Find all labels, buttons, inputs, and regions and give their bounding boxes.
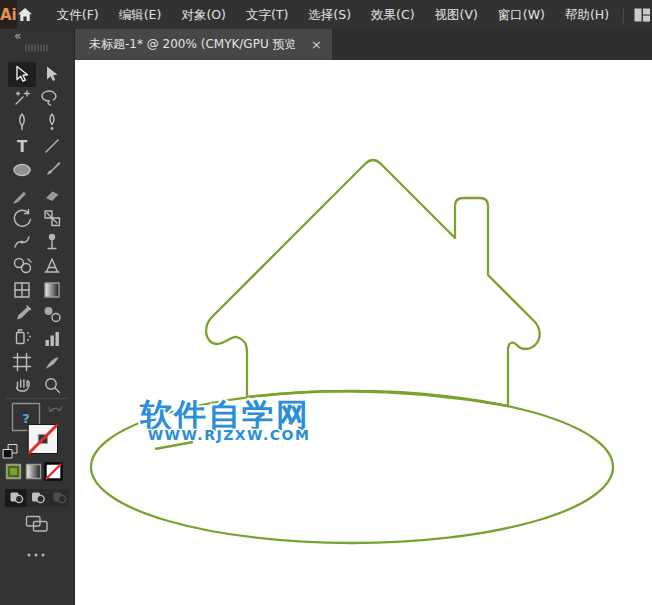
document-tab-bar: 未标题-1* @ 200% (CMYK/GPU 预览) × (75, 29, 652, 60)
magic-wand-tool-icon[interactable] (16, 91, 30, 104)
color-button[interactable] (7, 465, 21, 479)
artboard-tool-icon[interactable] (14, 354, 31, 371)
blend-tool-icon[interactable] (45, 307, 61, 322)
rotate-tool-icon[interactable] (14, 210, 30, 227)
house-outline-shape[interactable] (206, 160, 539, 406)
ellipse-tool-icon[interactable] (14, 165, 30, 176)
eyedropper-tool-icon[interactable] (17, 306, 31, 320)
symbol-sprayer-tool-icon[interactable] (17, 330, 31, 344)
puppet-warp-tool-icon[interactable] (48, 234, 56, 249)
watermark-red-mark (155, 442, 193, 449)
gradient-tool-icon[interactable] (45, 283, 59, 297)
menu-effect[interactable]: 效果(C) (361, 0, 424, 29)
menu-view[interactable]: 视图(V) (425, 0, 488, 29)
gradient-button[interactable] (27, 465, 41, 479)
paintbrush-tool-icon[interactable] (47, 162, 61, 175)
tools-panel: « (0, 29, 75, 605)
edit-toolbar-button[interactable] (28, 554, 45, 557)
default-fill-stroke-icon[interactable] (4, 445, 18, 459)
drawing-modes (5, 489, 69, 507)
svg-text:T: T (17, 138, 28, 156)
watermark: 软件自学网 WWW.RJZXW.COM (139, 396, 310, 449)
eraser-tool-icon[interactable] (46, 192, 59, 202)
watermark-url: WWW.RJZXW.COM (148, 427, 311, 443)
shaper-tool-icon[interactable] (15, 192, 27, 203)
tab-close-icon[interactable]: × (311, 37, 322, 52)
screen-mode-button[interactable] (27, 517, 48, 532)
curvature-tool-icon[interactable] (50, 114, 54, 130)
menu-select[interactable]: 选择(S) (298, 0, 361, 29)
workspace-switcher-icon[interactable] (634, 8, 651, 22)
zoom-tool-icon[interactable] (46, 379, 60, 393)
menu-separator (623, 7, 624, 23)
type-tool-icon[interactable]: T (17, 138, 28, 156)
home-icon (17, 7, 33, 22)
shape-builder-tool-icon[interactable] (15, 259, 32, 273)
pen-tool-icon[interactable] (20, 114, 25, 130)
app-logo[interactable]: Ai (0, 0, 17, 29)
menu-help[interactable]: 帮助(H) (555, 0, 619, 29)
column-graph-tool-icon[interactable] (46, 332, 59, 346)
panel-grip[interactable] (26, 45, 47, 51)
svg-text:?: ? (22, 411, 30, 426)
menu-bar: Ai 文件(F) 编辑(E) 对象(O) 文字(T) 选择(S) 效果(C) 视… (0, 0, 652, 29)
menu-object[interactable]: 对象(O) (171, 0, 236, 29)
document-tab[interactable]: 未标题-1* @ 200% (CMYK/GPU 预览) × (75, 29, 332, 60)
menu-items: 文件(F) 编辑(E) 对象(O) 文字(T) 选择(S) 效果(C) 视图(V… (47, 0, 619, 29)
swap-fill-stroke-icon[interactable] (49, 407, 62, 411)
menu-type[interactable]: 文字(T) (236, 0, 298, 29)
menu-file[interactable]: 文件(F) (47, 0, 109, 29)
document-tab-title: 未标题-1* @ 200% (CMYK/GPU 预览) (89, 36, 295, 53)
document-canvas[interactable]: 软件自学网 WWW.RJZXW.COM (75, 60, 652, 605)
active-tool-highlight (8, 62, 36, 87)
direct-selection-tool-icon[interactable] (47, 67, 58, 82)
home-button[interactable] (17, 0, 33, 29)
stroke-swatch[interactable] (29, 425, 58, 454)
width-tool-icon[interactable] (15, 237, 29, 247)
mesh-tool-icon[interactable] (15, 283, 29, 297)
lasso-tool-icon[interactable] (42, 91, 56, 105)
slice-tool-icon[interactable] (46, 357, 59, 369)
perspective-grid-tool-icon[interactable] (45, 259, 59, 272)
hand-tool-icon[interactable] (17, 380, 30, 391)
none-button[interactable] (46, 464, 62, 480)
scale-tool-icon[interactable] (45, 211, 60, 226)
menu-window[interactable]: 窗口(W) (488, 0, 555, 29)
line-segment-tool-icon[interactable] (46, 140, 58, 152)
menu-edit[interactable]: 编辑(E) (109, 0, 172, 29)
